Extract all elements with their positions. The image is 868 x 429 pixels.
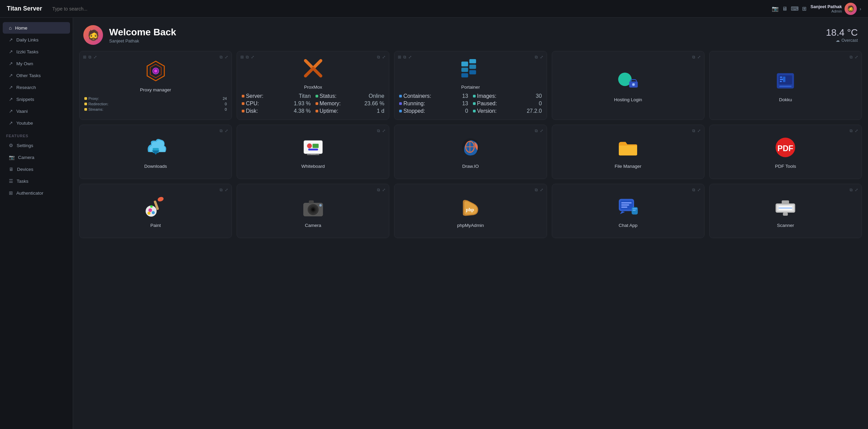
copy-icon[interactable]: ⧉ (692, 187, 695, 192)
card-title: Chat App (618, 223, 637, 228)
monitor-icon[interactable]: 🖥 (782, 6, 787, 12)
expand-icon[interactable]: ⤢ (855, 187, 858, 192)
sidebar-item-tasks[interactable]: ☰ Tasks (3, 175, 70, 187)
user-menu-chevron[interactable]: › (860, 6, 861, 12)
sidebar-item-label: Settings (17, 143, 33, 148)
user-info: Sanjeet Pathak Admin (811, 4, 842, 13)
sidebar-item-vaani[interactable]: ↗ Vaani (3, 105, 70, 117)
grid-icon[interactable]: ⊞ (802, 5, 806, 12)
weather-description: ☁ Overcast (826, 38, 858, 43)
sidebar-item-label: My Own (16, 61, 33, 66)
search-input[interactable] (49, 4, 765, 14)
app-layout: ⌂ Home ↗ Daily Links ↗ Izzki Tasks ↗ My … (0, 18, 868, 429)
expand-icon[interactable]: ⤢ (382, 128, 386, 133)
svg-rect-8 (461, 61, 468, 66)
sidebar-item-youtube[interactable]: ↗ Youtube (3, 117, 70, 129)
expand-icon[interactable]: ⤢ (540, 187, 543, 192)
card-downloads[interactable]: ⧉ ⤢ Downloads (79, 125, 232, 179)
sidebar-item-label: Devices (17, 167, 33, 172)
copy-icon[interactable]: ⧉ (220, 187, 223, 192)
expand-icon[interactable]: ⤢ (697, 128, 701, 133)
card-title: Paint (150, 223, 161, 228)
expand-icon[interactable]: ⤢ (540, 55, 543, 59)
card-title: phpMyAdmin (457, 223, 484, 228)
svg-rect-60 (621, 207, 627, 208)
card-file-manager[interactable]: ⧉ ⤢ File Manager (552, 125, 704, 179)
topnav-user[interactable]: Sanjeet Pathak Admin 🧔 › (811, 3, 861, 15)
grid-icon[interactable]: ⊞ (398, 55, 401, 59)
weather-widget: 18.4 °C ☁ Overcast (826, 27, 858, 43)
copy-icon[interactable]: ⧉ (535, 128, 538, 133)
expand-icon[interactable]: ⤢ (225, 128, 228, 133)
card-actions: ⧉ ⤢ (535, 187, 543, 192)
sidebar-item-izzki-tasks[interactable]: ↗ Izzki Tasks (3, 46, 70, 57)
expand-icon[interactable]: ⤢ (855, 55, 858, 59)
keyboard-icon[interactable]: ⌨ (791, 5, 799, 12)
expand-icon[interactable]: ⤢ (855, 128, 858, 133)
card-drawio[interactable]: ⧉ ⤢ Draw.IO (394, 125, 547, 179)
expand-icon[interactable]: ⤢ (540, 128, 543, 133)
copy-icon[interactable]: ⧉ (403, 55, 406, 59)
home-icon: ⌂ (9, 25, 12, 31)
card-portainer[interactable]: ⊞ ⧉ ⤢ ⧉ ⤢ Portainer (394, 51, 547, 120)
copy-icon[interactable]: ⧉ (220, 55, 223, 59)
expand-icon[interactable]: ⤢ (408, 55, 412, 59)
copy-icon[interactable]: ⧉ (246, 55, 249, 59)
card-whiteboard[interactable]: ⧉ ⤢ Whiteboard (237, 125, 389, 179)
card-title: Proxy manager (140, 87, 171, 92)
card-chat-app[interactable]: ⧉ ⤢ Chat App (552, 184, 704, 238)
page-header: 🧔 Welcome Back Sanjeet Pathak 18.4 °C ☁ … (73, 18, 868, 51)
sidebar-item-research[interactable]: ↗ Research (3, 82, 70, 93)
expand-icon[interactable]: ⤢ (697, 55, 701, 59)
card-scanner[interactable]: ⧉ ⤢ Scanner (709, 184, 862, 238)
card-dokku[interactable]: ⧉ ⤢ Dokku (709, 51, 862, 120)
card-proxy-manager[interactable]: ⊞ ⧉ ⤢ ⧉ ⤢ Proxy manager Proxy: (79, 51, 232, 120)
card-actions: ⧉ ⤢ (850, 187, 858, 192)
sidebar-item-home[interactable]: ⌂ Home (3, 22, 70, 34)
sidebar-item-camera[interactable]: 📷 Camera (3, 151, 70, 163)
sidebar-item-label: Home (15, 25, 27, 31)
copy-icon[interactable]: ⧉ (850, 128, 853, 133)
camera-icon[interactable]: 📷 (772, 5, 779, 12)
grid-icon[interactable]: ⊞ (83, 55, 86, 59)
avatar: 🧔 (845, 3, 857, 15)
header-text: Welcome Back Sanjeet Pathak (109, 27, 176, 43)
svg-rect-12 (461, 73, 468, 77)
expand-icon[interactable]: ⤢ (225, 55, 228, 59)
sidebar-item-authenticator[interactable]: ⊞ Authenticator (3, 187, 70, 199)
expand-icon[interactable]: ⤢ (251, 55, 254, 59)
card-proxmox[interactable]: ⊞ ⧉ ⤢ ⧉ ⤢ ProxMox Server:Titan (237, 51, 389, 120)
expand-icon[interactable]: ⤢ (697, 187, 701, 192)
sidebar-item-daily-links[interactable]: ↗ Daily Links (3, 34, 70, 46)
expand-icon[interactable]: ⤢ (382, 187, 386, 192)
copy-icon[interactable]: ⧉ (850, 55, 853, 59)
sidebar-item-other-tasks[interactable]: ↗ Other Tasks (3, 70, 70, 81)
card-camera2[interactable]: ⧉ ⤢ Camera (237, 184, 389, 238)
sidebar-item-devices[interactable]: 🖥 Devices (3, 163, 70, 175)
copy-icon[interactable]: ⧉ (377, 55, 380, 59)
copy-icon[interactable]: ⧉ (535, 55, 538, 59)
sidebar-item-my-own[interactable]: ↗ My Own (3, 58, 70, 69)
expand-icon[interactable]: ⤢ (225, 187, 228, 192)
card-pdf-tools[interactable]: ⧉ ⤢ PDF PDF Tools (709, 125, 862, 179)
sidebar-item-settings[interactable]: ⚙ Settings (3, 140, 70, 151)
copy-icon[interactable]: ⧉ (692, 55, 695, 59)
copy-icon[interactable]: ⧉ (850, 187, 853, 192)
copy-icon[interactable]: ⧉ (535, 187, 538, 192)
copy-icon[interactable]: ⧉ (692, 128, 695, 133)
copy-icon[interactable]: ⧉ (377, 128, 380, 133)
expand-icon[interactable]: ⤢ (382, 55, 386, 59)
copy-icon[interactable]: ⧉ (88, 55, 91, 59)
card-actions-left: ⊞ ⧉ ⤢ (83, 55, 97, 59)
copy-icon[interactable]: ⧉ (377, 187, 380, 192)
card-stats-cols: Server:Titan CPU:1.93 % Disk:4.38 % Stat… (242, 92, 384, 115)
camera-icon: 📷 (9, 155, 15, 160)
card-phpmyadmin[interactable]: ⧉ ⤢ php phpMyAdmin (394, 184, 547, 238)
expand-icon[interactable]: ⤢ (93, 55, 97, 59)
copy-icon[interactable]: ⧉ (220, 128, 223, 133)
card-hosting-login[interactable]: ⧉ ⤢ Hosting Login (552, 51, 704, 120)
card-paint[interactable]: ⧉ ⤢ Paint (79, 184, 232, 238)
paint-icon (143, 194, 168, 219)
grid-icon[interactable]: ⊞ (240, 55, 244, 59)
sidebar-item-snippets[interactable]: ↗ Snippets (3, 93, 70, 105)
